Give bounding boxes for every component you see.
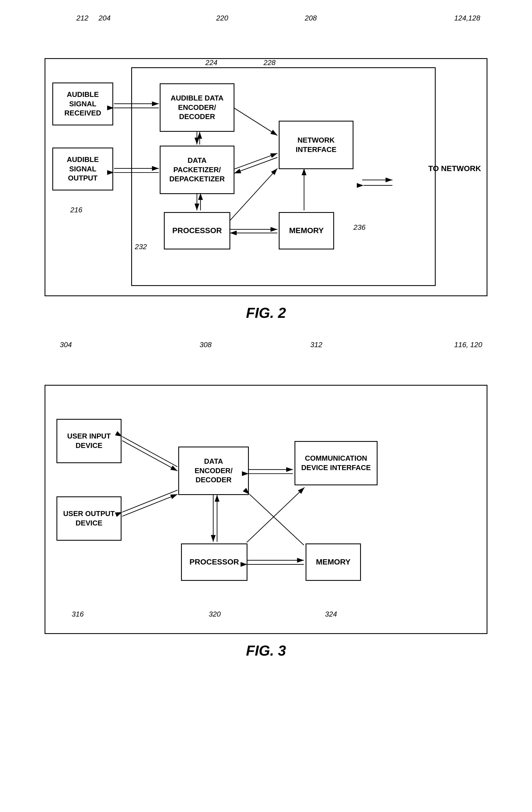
fig3-section: 304 308 312 116, 120 USER INPUTDEVICE US… — [17, 338, 515, 659]
fig3-outer-box: USER INPUTDEVICE USER OUTPUTDEVICE DATAE… — [45, 385, 487, 634]
ref-312: 312 — [310, 340, 322, 349]
audible-output-label: AUDIBLESIGNALOUTPUT — [67, 155, 99, 183]
audible-received-label: AUDIBLESIGNALRECEIVED — [64, 90, 101, 118]
user-input-label: USER INPUTDEVICE — [67, 432, 111, 450]
user-input-box: USER INPUTDEVICE — [57, 419, 121, 463]
ref-208: 208 — [305, 14, 317, 23]
fig3-title: FIG. 3 — [246, 642, 286, 659]
svg-line-5 — [234, 158, 277, 174]
processor-label: PROCESSOR — [173, 226, 222, 236]
svg-line-4 — [234, 154, 277, 170]
processor-box: PROCESSOR — [164, 212, 230, 249]
packetizer-box: DATAPACKETIZER/DEPACKETIZER — [160, 146, 234, 194]
memory-label: MEMORY — [289, 226, 324, 236]
memory-box: MEMORY — [279, 212, 334, 249]
ref-228-inner: 228 — [264, 58, 276, 67]
svg-line-6 — [234, 108, 277, 135]
fig2-inner-box: 224 228 AUDIBLE DATAENCODER/DECODER DATA… — [131, 67, 436, 286]
packetizer-label: DATAPACKETIZER/DEPACKETIZER — [169, 156, 225, 184]
to-network-label: TO NETWORK — [428, 164, 481, 173]
ref-116-120: 116, 120 — [454, 340, 482, 349]
svg-line-34 — [247, 488, 305, 542]
network-interface-label: NETWORKINTERFACE — [296, 136, 336, 155]
ref-320: 320 — [209, 610, 221, 619]
svg-line-26 — [122, 494, 177, 516]
fig3-encoder-label: DATAENCODER/DECODER — [195, 457, 233, 485]
fig3-memory-label: MEMORY — [316, 557, 351, 567]
svg-line-24 — [122, 437, 177, 467]
ref-316: 316 — [72, 610, 84, 619]
ref-236: 236 — [353, 223, 365, 232]
svg-line-12 — [230, 168, 277, 221]
network-interface-box: NETWORKINTERFACE — [279, 121, 353, 169]
user-output-label: USER OUTPUTDEVICE — [63, 509, 115, 528]
audible-output-box: AUDIBLESIGNALOUTPUT — [52, 148, 113, 190]
ref-216: 216 — [70, 206, 82, 214]
svg-line-33 — [249, 494, 304, 545]
comm-device-label: COMMUNICATIONDEVICE INTERFACE — [301, 454, 371, 473]
encoder-decoder-label: AUDIBLE DATAENCODER/DECODER — [171, 93, 223, 121]
audible-received-box: AUDIBLESIGNALRECEIVED — [52, 83, 113, 126]
ref-220: 220 — [216, 14, 228, 23]
fig3-processor-label: PROCESSOR — [190, 557, 239, 567]
comm-device-box: COMMUNICATIONDEVICE INTERFACE — [295, 441, 378, 485]
ref-308: 308 — [200, 340, 211, 349]
ref-232-inner: 232 — [135, 243, 147, 251]
ref-204: 204 — [99, 14, 110, 23]
svg-line-25 — [122, 490, 177, 512]
ref-124-128: 124,128 — [454, 14, 480, 23]
fig3-memory-box: MEMORY — [306, 543, 361, 581]
ref-304: 304 — [60, 340, 72, 349]
encoder-decoder-box: AUDIBLE DATAENCODER/DECODER — [160, 83, 234, 132]
fig3-processor-box: PROCESSOR — [181, 543, 248, 581]
user-output-box: USER OUTPUTDEVICE — [57, 496, 121, 541]
ref-212: 212 — [76, 14, 88, 23]
fig2-section: 212 204 220 208 124,128 AUDIBLESIGNALREC… — [17, 11, 515, 321]
fig2-title: FIG. 2 — [246, 305, 286, 321]
fig2-outer-box: AUDIBLESIGNALRECEIVED AUDIBLESIGNALOUTPU… — [45, 58, 487, 296]
ref-324: 324 — [325, 610, 337, 619]
fig3-encoder-box: DATAENCODER/DECODER — [178, 447, 249, 495]
svg-line-23 — [122, 441, 177, 471]
ref-224-inner: 224 — [205, 58, 217, 67]
